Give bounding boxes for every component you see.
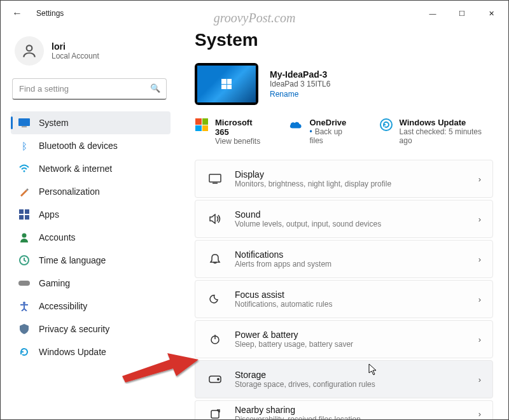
sidebar-item-update[interactable]: Windows Update: [11, 340, 171, 363]
accessibility-icon: [18, 300, 30, 312]
sidebar-item-time[interactable]: Time & language: [11, 249, 171, 272]
close-button[interactable]: ✕: [477, 3, 506, 24]
svg-rect-5: [25, 209, 29, 214]
sidebar-item-accounts[interactable]: Accounts: [11, 226, 171, 249]
rename-link[interactable]: Rename: [270, 90, 330, 99]
status-title: OneDrive: [309, 118, 356, 127]
nearby-icon: [207, 409, 223, 420]
svg-point-3: [24, 171, 25, 172]
gaming-icon: [18, 277, 30, 289]
item-sub: Alerts from apps and system: [235, 260, 478, 269]
titlebar: ← Settings ― ☐ ✕: [1, 1, 508, 26]
privacy-icon: [18, 323, 30, 335]
device-model: IdeaPad 3 15ITL6: [270, 80, 330, 88]
sidebar-item-label: Gaming: [39, 278, 70, 288]
status-title: Microsoft 365: [215, 118, 266, 137]
update-icon: [18, 346, 30, 358]
settings-item-sound[interactable]: SoundVolume levels, output, input, sound…: [195, 200, 493, 238]
onedrive-icon: [289, 118, 303, 132]
sidebar-item-bluetooth[interactable]: ᛒ Bluetooth & devices: [11, 134, 171, 157]
sidebar-item-accessibility[interactable]: Accessibility: [11, 295, 171, 318]
svg-rect-7: [25, 215, 29, 220]
windows-logo-icon: [221, 79, 232, 89]
sound-icon: [207, 214, 223, 224]
sidebar-item-system[interactable]: System: [11, 111, 171, 134]
settings-item-focus[interactable]: Focus assistNotifications, automatic rul…: [195, 280, 493, 318]
status-sub: Last checked: 5 minutes ago: [400, 127, 493, 145]
system-icon: [18, 117, 30, 129]
status-ms365[interactable]: Microsoft 365 View benefits: [195, 118, 266, 146]
sidebar-item-label: Personalization: [39, 186, 100, 197]
sidebar-item-privacy[interactable]: Privacy & security: [11, 318, 171, 340]
search-icon: 🔍: [150, 83, 160, 93]
item-sub: Discoverability, received files location: [235, 415, 478, 420]
settings-item-storage[interactable]: StorageStorage space, drives, configurat…: [195, 360, 493, 398]
status-sub: •Back up files: [309, 127, 356, 145]
sidebar-item-personalization[interactable]: Personalization: [11, 180, 171, 203]
time-icon: [18, 255, 30, 266]
chevron-right-icon: ›: [478, 295, 481, 304]
svg-rect-6: [19, 215, 24, 220]
svg-point-0: [27, 45, 32, 51]
chevron-right-icon: ›: [478, 255, 481, 264]
sidebar-item-label: System: [39, 118, 69, 128]
item-title: Display: [235, 169, 478, 179]
accounts-icon: [18, 232, 30, 243]
microsoft365-icon: [195, 118, 208, 131]
chevron-right-icon: ›: [478, 335, 481, 344]
sidebar-item-label: Privacy & security: [39, 324, 109, 334]
minimize-button[interactable]: ―: [418, 3, 447, 24]
svg-point-18: [218, 379, 219, 380]
settings-item-power[interactable]: Power & batterySleep, battery usage, bat…: [195, 320, 493, 358]
device-info: My-IdeaPad-3 IdeaPad 3 15ITL6 Rename: [195, 63, 493, 105]
sidebar-item-label: Accessibility: [39, 301, 87, 311]
power-icon: [207, 333, 223, 345]
item-sub: Storage space, drives, configuration rul…: [235, 380, 478, 389]
search-input[interactable]: [12, 78, 167, 100]
svg-rect-19: [211, 410, 219, 418]
update-status-icon: [379, 118, 393, 132]
sidebar-item-label: Windows Update: [39, 347, 106, 357]
sidebar-item-label: Network & internet: [39, 164, 112, 174]
item-sub: Notifications, automatic rules: [235, 300, 478, 309]
item-sub: Volume levels, output, input, sound devi…: [235, 220, 478, 228]
display-icon: [207, 174, 223, 184]
storage-icon: [207, 375, 223, 383]
svg-rect-10: [18, 281, 30, 286]
status-title: Windows Update: [400, 118, 493, 127]
window-title: Settings: [36, 9, 64, 18]
user-account-row[interactable]: lori Local Account: [11, 32, 171, 76]
sidebar-item-label: Time & language: [39, 255, 106, 265]
notifications-icon: [207, 253, 223, 265]
status-update[interactable]: Windows Update Last checked: 5 minutes a…: [379, 118, 493, 146]
svg-point-8: [22, 234, 27, 238]
maximize-button[interactable]: ☐: [447, 3, 477, 24]
status-onedrive[interactable]: OneDrive •Back up files: [289, 118, 356, 146]
settings-item-notifications[interactable]: NotificationsAlerts from apps and system…: [195, 240, 493, 278]
svg-point-12: [380, 119, 392, 130]
content-area: System My-IdeaPad-3 IdeaPad 3 15ITL6 Ren…: [176, 26, 508, 419]
svg-rect-1: [18, 118, 30, 126]
sidebar: lori Local Account 🔍 System ᛒ Bluetooth …: [1, 26, 176, 419]
sidebar-item-gaming[interactable]: Gaming: [11, 272, 171, 295]
chevron-right-icon: ›: [478, 409, 481, 419]
item-title: Notifications: [235, 249, 478, 260]
bluetooth-icon: ᛒ: [18, 140, 30, 151]
device-thumbnail: [195, 63, 258, 105]
chevron-right-icon: ›: [478, 214, 481, 224]
settings-item-display[interactable]: DisplayMonitors, brightness, night light…: [195, 160, 493, 198]
avatar: [15, 36, 44, 66]
item-sub: Sleep, battery usage, battery saver: [235, 340, 478, 349]
user-name: lori: [52, 41, 99, 52]
item-sub: Monitors, brightness, night light, displ…: [235, 179, 478, 188]
status-sub: View benefits: [215, 137, 266, 146]
settings-item-nearby[interactable]: Nearby sharingDiscoverability, received …: [195, 400, 493, 419]
sidebar-item-label: Accounts: [39, 232, 76, 242]
device-name: My-IdeaPad-3: [270, 69, 330, 80]
sidebar-item-label: Apps: [39, 209, 59, 220]
item-title: Power & battery: [235, 330, 478, 340]
sidebar-item-network[interactable]: Network & internet: [11, 157, 171, 180]
back-button[interactable]: ←: [12, 8, 22, 19]
sidebar-item-apps[interactable]: Apps: [11, 203, 171, 226]
focus-icon: [207, 293, 223, 305]
